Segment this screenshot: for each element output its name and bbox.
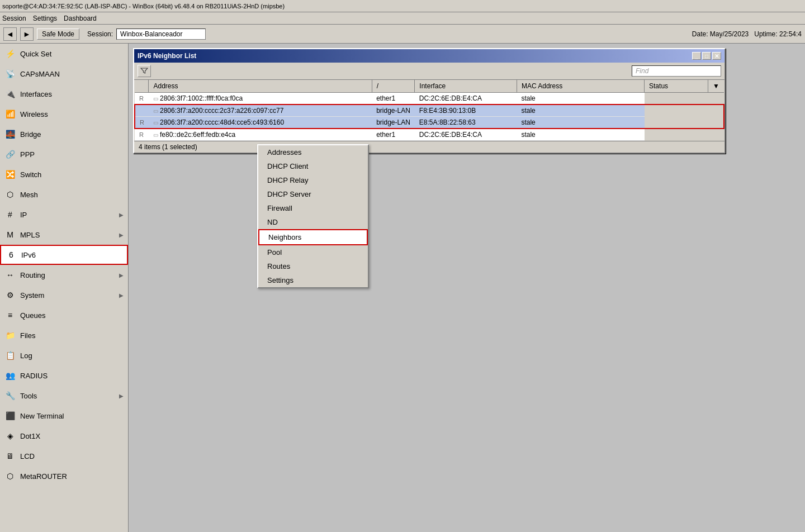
routing-icon: ↔ — [4, 269, 16, 281]
sidebar-item-bridge[interactable]: 🌉Bridge — [0, 124, 128, 144]
window-minimize-button[interactable]: _ — [692, 52, 701, 60]
ppp-icon: 🔗 — [4, 149, 16, 160]
col-address-header[interactable]: Address — [149, 80, 372, 93]
sidebar-item-radius[interactable]: 👥RADIUS — [0, 365, 128, 386]
sidebar-item-files[interactable]: 📁Files — [0, 325, 128, 345]
cell-status: stale — [517, 104, 644, 117]
title-bar-text: soporte@C4:AD:34:7E:92:5C (LAB-ISP-ABC) … — [2, 3, 285, 10]
cell-flag — [135, 104, 149, 117]
sidebar-label-interfaces: Interfaces — [20, 90, 124, 98]
sidebar-label-log: Log — [20, 352, 124, 360]
table-row[interactable]: ▭2806:3f7:a200:cccc:2c37:a226:c097:cc77b… — [135, 104, 724, 117]
quick-set-icon: ⚡ — [4, 48, 16, 59]
routing-arrow-icon: ▶ — [119, 272, 124, 278]
dropdown-item-routes[interactable]: Routes — [258, 259, 368, 273]
dropdown-item-firewall[interactable]: Firewall — [258, 201, 368, 215]
sidebar-item-mpls[interactable]: MMPLS▶ — [0, 225, 128, 245]
cell-address: ▭2806:3f7:a200:cccc:2c37:a226:c097:cc77 — [149, 104, 372, 117]
mesh-icon: ⬡ — [4, 189, 16, 200]
cell-interface: ether1 — [372, 93, 415, 105]
sidebar-item-switch[interactable]: 🔀Switch — [0, 164, 128, 184]
sidebar-label-metarouter: MetaROUTER — [20, 472, 124, 481]
status-text: 4 items (1 selected) — [139, 143, 197, 151]
sidebar-label-switch: Switch — [20, 170, 124, 179]
find-input[interactable]: Find — [632, 65, 721, 77]
table-row[interactable]: R▭2806:3f7:1002::ffff:f0ca:f0caether1DC:… — [135, 93, 724, 105]
forward-button[interactable]: ► — [20, 27, 34, 41]
window-close-button[interactable]: ✕ — [712, 52, 721, 60]
metarouter-icon: ⬡ — [4, 471, 16, 482]
cell-interface: bridge-LAN — [372, 117, 415, 129]
ip-arrow-icon: ▶ — [119, 212, 124, 218]
menu-dashboard[interactable]: Dashboard — [64, 15, 97, 22]
sidebar-item-ppp[interactable]: 🔗PPP — [0, 144, 128, 164]
menu-session[interactable]: Session — [2, 15, 26, 22]
back-button[interactable]: ◄ — [3, 27, 17, 41]
dropdown-item-dhcp-server[interactable]: DHCP Server — [258, 187, 368, 201]
switch-icon: 🔀 — [4, 169, 16, 180]
col-slash-header: / — [372, 80, 415, 93]
dropdown-item-dhcp-client[interactable]: DHCP Client — [258, 159, 368, 173]
sidebar-item-routing[interactable]: ↔Routing▶ — [0, 265, 128, 285]
uptime-label: Uptime: — [754, 30, 777, 38]
sidebar-item-metarouter[interactable]: ⬡MetaROUTER — [0, 466, 128, 486]
sidebar-item-lcd[interactable]: 🖥LCD — [0, 446, 128, 466]
sidebar-item-log[interactable]: 📋Log — [0, 345, 128, 365]
menu-settings[interactable]: Settings — [33, 15, 57, 22]
table-row[interactable]: R▭2806:3f7:a200:cccc:48d4:cce5:c493:6160… — [135, 117, 724, 129]
main-layout: ⚡Quick Set📡CAPsMAAN🔌Interfaces📶Wireless🌉… — [0, 44, 805, 532]
mpls-icon: M — [4, 229, 16, 240]
uptime-value: 22:54:4 — [779, 30, 802, 38]
col-status-header[interactable]: Status — [645, 80, 708, 93]
sidebar-item-ipv6[interactable]: 6IPv6 — [0, 245, 128, 265]
dropdown-item-dhcp-relay[interactable]: DHCP Relay — [258, 173, 368, 187]
date-label: Date: — [692, 30, 708, 38]
sidebar-item-queues[interactable]: ≡Queues — [0, 305, 128, 325]
sidebar-label-wireless: Wireless — [20, 110, 124, 118]
sidebar-item-capsman[interactable]: 📡CAPsMAAN — [0, 64, 128, 84]
radius-icon: 👥 — [4, 370, 16, 381]
sidebar-label-routing: Routing — [20, 271, 115, 279]
cell-status: stale — [517, 117, 644, 129]
cell-interface: ether1 — [372, 129, 415, 141]
neighbor-table: Address / Interface MAC Address Status ▼… — [134, 80, 724, 141]
cell-mac: DC:2C:6E:DB:E4:CA — [415, 129, 517, 141]
table-row[interactable]: R▭fe80::de2c:6eff:fedb:e4caether1DC:2C:6… — [135, 129, 724, 141]
content-area: IPv6 Neighbor List _ □ ✕ Find — [129, 44, 805, 532]
filter-button[interactable] — [138, 65, 151, 77]
status-bar: 4 items (1 selected) — [134, 141, 724, 153]
sidebar-item-quick-set[interactable]: ⚡Quick Set — [0, 44, 128, 64]
sidebar-item-interfaces[interactable]: 🔌Interfaces — [0, 84, 128, 104]
ip-icon: # — [4, 209, 16, 220]
session-value[interactable]: Winbox-Balanceador — [116, 28, 206, 40]
sidebar-item-dot1x[interactable]: ◈Dot1X — [0, 426, 128, 446]
cell-status: stale — [517, 93, 644, 105]
sidebar-item-new-terminal[interactable]: ⬛New Terminal — [0, 406, 128, 426]
col-arrow-header[interactable]: ▼ — [708, 80, 724, 93]
dropdown-item-settings[interactable]: Settings — [258, 273, 368, 287]
window-title-text: IPv6 Neighbor List — [138, 52, 196, 60]
sidebar-item-ip[interactable]: #IP▶ — [0, 205, 128, 225]
dropdown-item-nd[interactable]: ND — [258, 215, 368, 229]
sidebar-item-wireless[interactable]: 📶Wireless — [0, 104, 128, 124]
dropdown-item-addresses[interactable]: Addresses — [258, 145, 368, 159]
dropdown-item-pool[interactable]: Pool — [258, 245, 368, 259]
col-mac-header[interactable]: MAC Address — [517, 80, 644, 93]
window-maximize-button[interactable]: □ — [702, 52, 711, 60]
sidebar-item-mesh[interactable]: ⬡Mesh — [0, 184, 128, 205]
sidebar-item-tools[interactable]: 🔧Tools▶ — [0, 386, 128, 406]
sidebar-item-system[interactable]: ⚙System▶ — [0, 285, 128, 305]
ipv6-icon: 6 — [6, 249, 17, 260]
dropdown-item-neighbors[interactable]: Neighbors — [258, 229, 368, 245]
log-icon: 📋 — [4, 350, 16, 361]
cell-address: ▭fe80::de2c:6eff:fedb:e4ca — [149, 129, 372, 141]
sidebar-label-ipv6: IPv6 — [21, 251, 122, 259]
new-terminal-icon: ⬛ — [4, 410, 16, 421]
safe-mode-button[interactable]: Safe Mode — [37, 28, 79, 40]
tools-icon: 🔧 — [4, 390, 16, 401]
session-label: Session: — [87, 30, 113, 38]
system-arrow-icon: ▶ — [119, 292, 124, 298]
sidebar-label-capsman: CAPsMAAN — [20, 70, 124, 78]
ipv6-dropdown-menu: AddressesDHCP ClientDHCP RelayDHCP Serve… — [257, 144, 369, 288]
col-interface-header[interactable]: Interface — [415, 80, 517, 93]
